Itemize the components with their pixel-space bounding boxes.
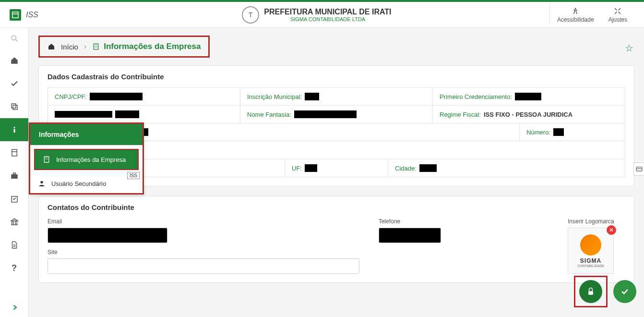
svg-rect-26 [588,291,593,295]
favorite-star-icon[interactable]: ☆ [625,42,633,54]
regime-label: Regime Fiscal: [440,111,481,118]
sidebar-home[interactable] [0,49,28,72]
cidade-value-redacted [419,164,437,172]
primeiro-label: Primeiro Credenciamento: [440,93,512,100]
logo-mark-icon [580,234,601,256]
svg-rect-6 [13,105,17,110]
regime-value: ISS FIXO - PESSOA JURIDICA [484,111,572,118]
header-left: ISS [0,9,84,21]
sidebar-search[interactable] [0,28,28,49]
lock-fab-button[interactable] [579,280,602,303]
sidebar-calc[interactable] [0,141,28,164]
svg-rect-8 [13,129,15,133]
iss-module-icon [10,9,21,21]
breadcrumb-current-text: Informações da Empresa [104,42,201,51]
sidebar: ? [0,28,29,317]
header-center: PREFEITURA MUNICIPAL DE IRATI SIGMA CONT… [84,6,549,24]
accessibility-button[interactable]: Acessibilidade [550,7,601,23]
razao-label-redacted [55,111,112,118]
cnpj-value-redacted [90,93,143,100]
home-icon[interactable] [48,43,55,50]
accessibility-icon [571,7,580,15]
inscricao-label: Inscrição Municipal: [247,93,302,100]
flyout-item-empresa-label: Informações da Empresa [56,156,126,163]
numero-value-redacted [553,128,564,136]
flyout-header: Informações [30,124,143,145]
fantasia-label: Nome Fantasia: [247,111,291,118]
fab-highlight-box [574,276,608,307]
breadcrumb-home[interactable]: Início [61,43,78,51]
module-label: ISS [26,11,38,19]
company-subtitle: SIGMA CONTABILIDADE LTDA [264,16,391,22]
telefone-input[interactable] [379,228,441,243]
sidebar-check[interactable] [0,72,28,95]
sidebar-info[interactable] [0,118,28,141]
numero-label: Número: [526,129,550,136]
flyout-item-usuario-label: Usuário Secundário [51,180,106,187]
svg-rect-20 [44,157,48,162]
svg-rect-16 [94,44,98,49]
flyout-item-usuario[interactable]: Usuário Secundário ISS [30,174,143,193]
sidebar-briefcase[interactable] [0,164,28,187]
chevron-right-icon: › [84,42,86,51]
breadcrumb: Início › Informações da Empresa [38,36,210,58]
adjustments-button[interactable]: Ajustes [601,7,634,23]
svg-point-3 [12,36,16,40]
card-title-contatos: Contatos do Contribuinte [39,196,634,218]
side-card-tab[interactable] [633,162,644,176]
accessibility-label: Acessibilidade [557,16,594,23]
razao-value-redacted [115,110,139,118]
municipality-crest-icon [242,6,259,24]
logomarca-label: Inserir Logomarca [568,218,625,225]
svg-rect-9 [12,149,17,156]
sidebar-help[interactable]: ? [0,256,28,280]
site-label: Site [48,249,359,256]
card-title-dados: Dados Cadastrais do Contribuinte [39,66,634,87]
inscricao-value-redacted [305,93,319,100]
sidebar-expand[interactable] [0,298,28,317]
tools-icon [613,7,622,15]
logo-text-sigma: SIGMA [580,257,601,264]
svg-point-2 [575,8,576,9]
svg-line-4 [15,39,17,41]
flyout-badge-iss: ISS [127,172,140,179]
svg-rect-5 [12,104,16,108]
card-contatos: Contatos do Contribuinte Email Site Tele… [38,196,634,283]
telefone-label: Telefone [379,218,549,225]
svg-point-7 [13,127,15,128]
svg-rect-11 [11,174,18,179]
uf-label: UF: [292,165,302,172]
remove-logo-button[interactable]: ✕ [607,225,616,235]
fab-area [574,276,636,307]
sidebar-calendar[interactable] [0,187,28,210]
sidebar-document[interactable] [0,233,28,256]
logo-text-contab: CONTABILIDADE [577,264,604,268]
breadcrumb-current: Informações da Empresa [92,42,201,51]
sidebar-bank[interactable] [0,210,28,233]
header-title-block: PREFEITURA MUNICIPAL DE IRATI SIGMA CONT… [264,8,391,22]
info-flyout-menu: Informações Informações da Empresa Usuár… [29,122,144,195]
cnpj-label: CNPJ/CPF: [55,93,87,100]
header-right: Acessibilidade Ajustes [549,5,644,24]
confirm-fab-button[interactable] [613,280,636,303]
svg-point-23 [40,181,43,183]
cidade-label: Cidade: [395,165,417,172]
svg-rect-0 [12,12,18,18]
sidebar-copy[interactable] [0,95,28,118]
uf-value-redacted [305,164,317,172]
header: ISS PREFEITURA MUNICIPAL DE IRATI SIGMA … [0,2,644,28]
adjustments-label: Ajustes [608,16,627,23]
municipality-title: PREFEITURA MUNICIPAL DE IRATI [264,8,391,16]
svg-rect-12 [13,173,15,174]
fantasia-value-redacted [294,110,357,118]
email-label: Email [48,218,359,225]
primeiro-value-redacted [515,93,541,100]
site-input[interactable] [48,258,359,274]
flyout-item-empresa[interactable]: Informações da Empresa [34,149,139,170]
logo-upload-box[interactable]: ✕ SIGMA CONTABILIDADE [568,228,614,274]
email-input[interactable] [48,228,167,243]
